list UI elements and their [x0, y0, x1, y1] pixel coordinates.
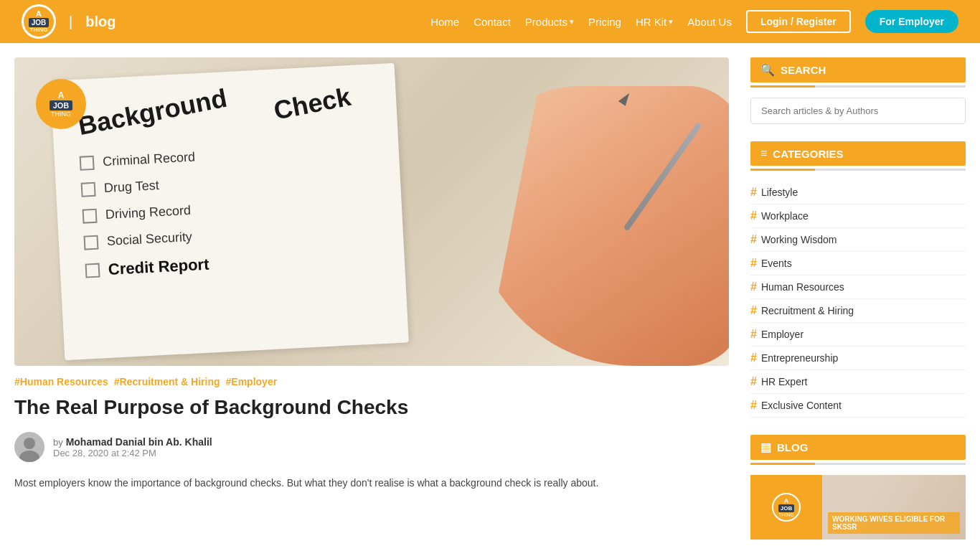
categories-widget: ≡ CATEGORIES # Lifestyle # Workplace	[750, 141, 966, 418]
watermark-a: A	[58, 90, 65, 100]
category-lifestyle-label: Lifestyle	[761, 187, 798, 198]
category-employer-label: Employer	[761, 329, 804, 340]
tag-human-resources[interactable]: #Human Resources	[14, 376, 108, 387]
blog-widget-header: ▤ BLOG	[750, 435, 966, 460]
category-hr-expert-label: HR Expert	[761, 376, 808, 387]
category-events-label: Events	[761, 258, 792, 269]
blog-widget: ▤ BLOG A JOB THING WORKING	[750, 435, 966, 540]
author-avatar-svg	[14, 432, 44, 462]
category-workplace-link[interactable]: # Workplace	[750, 209, 966, 222]
nav-products[interactable]: Products	[525, 16, 574, 28]
author-name: Mohamad Danial bin Ab. Khalil	[66, 436, 212, 448]
watermark-job: JOB	[50, 100, 73, 110]
blog-preview-text-area: WORKING WIVES ELIGIBLE FOR SKSSR	[822, 475, 966, 540]
main-nav: Home Contact Products Pricing HR Kit Abo…	[430, 10, 958, 33]
hash-icon-workplace: #	[750, 209, 757, 222]
category-workplace: # Workplace	[750, 204, 966, 228]
hash-icon-hr: #	[750, 281, 757, 293]
author-by-label: by Mohamad Danial bin Ab. Khalil	[53, 436, 212, 448]
hash-icon-hr-expert: #	[750, 375, 757, 388]
tag-recruitment[interactable]: #Recruitment & Hiring	[114, 376, 220, 387]
category-hr-label: Human Resources	[761, 281, 844, 293]
categories-list: # Lifestyle # Workplace # Working Wisdom	[750, 181, 966, 418]
category-recruitment-label: Recruitment & Hiring	[761, 305, 854, 316]
category-recruitment-link[interactable]: # Recruitment & Hiring	[750, 304, 966, 317]
site-header: A JOB THING | blog Home Contact Products…	[0, 0, 980, 43]
hash-icon-events: #	[750, 257, 757, 270]
article-title: The Real Purpose of Background Checks	[14, 395, 729, 420]
article-hero-image: A JOB THING Background Check Criminal Re…	[14, 57, 729, 366]
login-register-button[interactable]: Login / Register	[746, 10, 851, 33]
category-exclusive-content: # Exclusive Content	[750, 394, 966, 418]
categories-icon: ≡	[760, 147, 767, 160]
categories-widget-line	[750, 169, 966, 171]
category-hr-expert-link[interactable]: # HR Expert	[750, 375, 966, 388]
search-widget: 🔍 SEARCH	[750, 57, 966, 124]
hash-icon-entrepreneurship: #	[750, 352, 757, 364]
hash-icon-employer: #	[750, 328, 757, 341]
logo-a: A	[36, 9, 42, 18]
category-hr-link[interactable]: # Human Resources	[750, 281, 966, 293]
category-exclusive-label: Exclusive Content	[761, 400, 842, 411]
categories-widget-header: ≡ CATEGORIES	[750, 141, 966, 166]
tag-employer[interactable]: #Employer	[226, 376, 278, 387]
logo-thing: THING	[30, 27, 48, 34]
svg-point-1	[24, 438, 35, 449]
categories-header-label: CATEGORIES	[773, 148, 843, 160]
search-header-label: SEARCH	[781, 64, 826, 76]
blog-widget-line	[750, 463, 966, 465]
author-info: by Mohamad Danial bin Ab. Khalil Dec 28,…	[53, 436, 212, 458]
site-logo: A JOB THING	[22, 4, 56, 39]
article-date: Dec 28, 2020 at 2:42 PM	[53, 448, 212, 458]
author-avatar	[14, 432, 44, 462]
category-entrepreneurship-label: Entrepreneurship	[761, 352, 838, 364]
category-exclusive-link[interactable]: # Exclusive Content	[750, 399, 966, 412]
nav-home[interactable]: Home	[430, 16, 459, 28]
category-entrepreneurship: # Entrepreneurship	[750, 347, 966, 370]
logo-area: A JOB THING | blog	[22, 4, 116, 39]
hash-icon-recruitment: #	[750, 304, 757, 317]
blog-preview-logo: A JOB THING	[772, 493, 801, 522]
sidebar: 🔍 SEARCH ≡ CATEGORIES # Lifestyle	[750, 57, 966, 551]
category-working-wisdom-label: Working Wisdom	[761, 234, 837, 245]
category-lifestyle-link[interactable]: # Lifestyle	[750, 186, 966, 199]
search-input[interactable]	[750, 98, 966, 124]
article-excerpt: Most employers know the importance of ba…	[14, 475, 729, 492]
category-working-wisdom: # Working Wisdom	[750, 228, 966, 252]
blog-preview[interactable]: A JOB THING WORKING WIVES ELIGIBLE FOR S…	[750, 475, 966, 540]
category-working-wisdom-link[interactable]: # Working Wisdom	[750, 233, 966, 246]
blog-preview-logo-area: A JOB THING	[750, 475, 822, 540]
hash-icon-working-wisdom: #	[750, 233, 757, 246]
category-workplace-label: Workplace	[761, 210, 809, 222]
blog-preview-overlay: WORKING WIVES ELIGIBLE FOR SKSSR	[828, 512, 960, 534]
page-container: A JOB THING Background Check Criminal Re…	[0, 57, 980, 551]
watermark-thing: THING	[51, 110, 71, 118]
article-logo-watermark: A JOB THING	[36, 79, 86, 129]
for-employer-button[interactable]: For Employer	[865, 10, 958, 33]
category-human-resources: # Human Resources	[750, 276, 966, 299]
article-main: A JOB THING Background Check Criminal Re…	[14, 57, 729, 551]
search-widget-header: 🔍 SEARCH	[750, 57, 966, 83]
by-text: by	[53, 437, 63, 448]
category-events: # Events	[750, 252, 966, 276]
nav-contact[interactable]: Contact	[473, 16, 511, 28]
category-entrepreneurship-link[interactable]: # Entrepreneurship	[750, 352, 966, 364]
category-recruitment: # Recruitment & Hiring	[750, 299, 966, 323]
category-employer-link[interactable]: # Employer	[750, 328, 966, 341]
blog-icon: ▤	[760, 441, 771, 454]
nav-pricing[interactable]: Pricing	[588, 16, 621, 28]
logo-blog: blog	[85, 14, 116, 30]
nav-about-us[interactable]: About Us	[687, 16, 732, 28]
article-tags: #Human Resources #Recruitment & Hiring #…	[14, 376, 729, 387]
category-employer: # Employer	[750, 323, 966, 347]
blog-header-label: BLOG	[777, 441, 808, 453]
hash-icon-exclusive: #	[750, 399, 757, 412]
search-widget-line	[750, 85, 966, 88]
category-lifestyle: # Lifestyle	[750, 181, 966, 204]
nav-hr-kit[interactable]: HR Kit	[636, 16, 673, 28]
logo-divider: |	[69, 14, 72, 30]
category-hr-expert: # HR Expert	[750, 370, 966, 394]
search-icon: 🔍	[760, 63, 775, 77]
hash-icon-lifestyle: #	[750, 186, 757, 199]
category-events-link[interactable]: # Events	[750, 257, 966, 270]
